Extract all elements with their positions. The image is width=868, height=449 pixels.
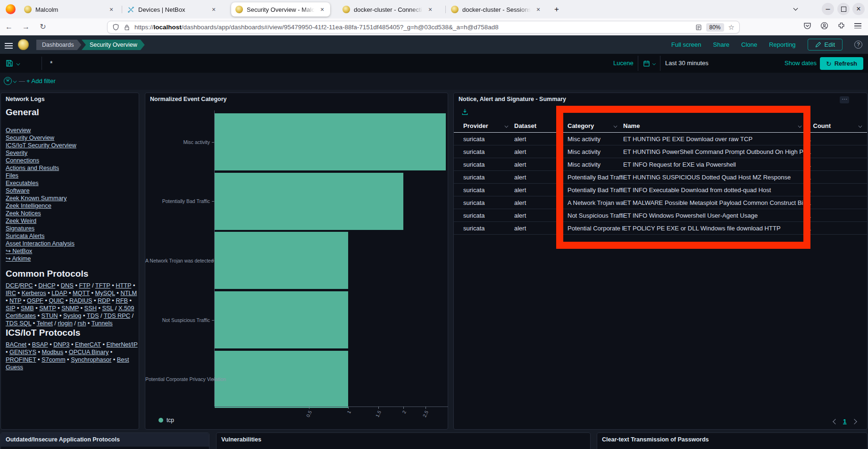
lock-icon[interactable]: [124, 24, 130, 31]
protocol-link[interactable]: SMTP: [39, 305, 56, 312]
protocol-link[interactable]: SSH: [84, 305, 97, 312]
protocol-link[interactable]: IRC: [6, 289, 16, 297]
bookmark-star-icon[interactable]: [728, 23, 734, 32]
filter-icon[interactable]: [4, 77, 12, 85]
network-logs-link[interactable]: Software: [6, 187, 30, 194]
date-picker-button[interactable]: [638, 56, 660, 71]
tab-close-icon[interactable]: [534, 6, 542, 13]
account-icon[interactable]: [820, 22, 828, 30]
network-logs-link[interactable]: Overview: [6, 127, 31, 134]
action-link-share[interactable]: Share: [713, 41, 730, 48]
maximize-icon[interactable]: [837, 3, 850, 15]
action-link-clone[interactable]: Clone: [741, 41, 757, 48]
reload-icon[interactable]: [38, 22, 48, 32]
protocol-link[interactable]: Telnet: [37, 320, 53, 327]
protocol-link[interactable]: OSPF: [27, 297, 43, 304]
browser-tab[interactable]: Devices | NetBox: [123, 2, 222, 17]
protocol-link[interactable]: TFTP: [95, 282, 110, 289]
menu-icon[interactable]: [854, 22, 861, 30]
edit-button[interactable]: Edit: [808, 39, 843, 51]
browser-tab[interactable]: docker-cluster - Connecti: [338, 2, 438, 17]
protocol-link[interactable]: Modbus: [42, 348, 64, 356]
chevron-down-icon[interactable]: [859, 124, 862, 128]
protocol-link[interactable]: NTLM: [120, 289, 137, 297]
chevron-down-icon[interactable]: [505, 124, 509, 128]
minimize-icon[interactable]: [822, 3, 834, 15]
tab-close-icon[interactable]: [426, 6, 434, 13]
protocol-link[interactable]: SMB: [21, 305, 34, 312]
chart-bar[interactable]: [215, 173, 403, 230]
query-language-button[interactable]: Lucene: [613, 57, 634, 69]
protocol-link[interactable]: Tunnels: [92, 320, 113, 327]
protocol-link[interactable]: SIP: [6, 305, 15, 312]
protocol-link[interactable]: SSL: [102, 305, 114, 312]
protocol-link[interactable]: DCE: [6, 282, 18, 289]
chart-bar[interactable]: [215, 113, 446, 170]
network-logs-link[interactable]: Files: [6, 172, 18, 179]
pagination-next-icon[interactable]: [851, 419, 857, 424]
protocol-link[interactable]: HTTP: [116, 282, 131, 289]
protocol-link[interactable]: STUN: [42, 312, 58, 319]
forward-icon[interactable]: [21, 22, 31, 32]
protocol-link[interactable]: EtherCAT: [75, 341, 101, 348]
network-logs-link[interactable]: Zeek Weird: [6, 217, 36, 224]
network-logs-link[interactable]: Zeek Intelligence: [6, 202, 51, 209]
breadcrumb-security-overview[interactable]: Security Overview: [82, 40, 145, 50]
network-logs-link[interactable]: ↪ Arkime: [6, 255, 31, 262]
pagination-prev-icon[interactable]: [833, 419, 838, 424]
protocol-link[interactable]: TDS RPC: [104, 312, 130, 319]
protocol-link[interactable]: LDAP: [51, 289, 67, 297]
protocol-link[interactable]: OPCUA Binary: [69, 348, 109, 356]
browser-tab[interactable]: docker-cluster - Sessions -: [447, 2, 546, 17]
action-link-reporting[interactable]: Reporting: [769, 41, 795, 48]
network-logs-link[interactable]: Severity: [6, 149, 27, 156]
protocol-link[interactable]: BACnet: [6, 341, 26, 348]
chart-bar[interactable]: [215, 351, 348, 408]
tab-close-icon[interactable]: [318, 6, 326, 13]
protocol-link[interactable]: rsh: [77, 320, 86, 327]
network-logs-link[interactable]: Zeek Notices: [6, 210, 41, 217]
protocol-link[interactable]: FTP: [79, 282, 90, 289]
add-filter-link[interactable]: + Add filter: [26, 77, 56, 85]
protocol-link[interactable]: Kerberos: [22, 289, 46, 297]
url-bar[interactable]: https://localhost/dashboards/app/dashboa…: [107, 21, 740, 34]
column-header-provider[interactable]: Provider: [454, 122, 514, 129]
chart-bar[interactable]: [215, 232, 348, 289]
network-logs-link[interactable]: Zeek Known Summary: [6, 195, 67, 202]
network-logs-link[interactable]: Connections: [6, 157, 39, 164]
reader-view-icon[interactable]: [695, 24, 702, 31]
nav-hamburger-icon[interactable]: [5, 42, 13, 50]
pocket-icon[interactable]: [803, 22, 811, 30]
chart-legend[interactable]: tcp: [159, 417, 174, 424]
back-icon[interactable]: [4, 22, 14, 32]
time-range-label[interactable]: Last 30 minutes: [665, 57, 709, 69]
protocol-link[interactable]: TDS: [87, 312, 99, 319]
network-logs-link[interactable]: Suricata Alerts: [6, 232, 45, 239]
network-logs-link[interactable]: Security Overview: [6, 134, 54, 141]
network-logs-link[interactable]: Signatures: [6, 225, 34, 232]
protocol-link[interactable]: DNP3: [53, 341, 69, 348]
protocol-link[interactable]: RFB: [116, 297, 128, 304]
protocol-link[interactable]: DHCP: [38, 282, 55, 289]
shield-icon[interactable]: [112, 24, 119, 31]
protocol-link[interactable]: RPC: [20, 282, 33, 289]
close-icon[interactable]: [852, 3, 865, 15]
network-logs-link[interactable]: Executables: [6, 179, 39, 186]
protocol-link[interactable]: MQTT: [73, 289, 90, 297]
new-tab-button[interactable]: [551, 4, 562, 15]
browser-tab[interactable]: Security Overview - Malco: [231, 2, 330, 17]
network-logs-link[interactable]: Actions and Results: [6, 164, 59, 171]
protocol-link[interactable]: GENISYS: [9, 348, 36, 356]
chevron-down-icon[interactable]: [13, 79, 17, 83]
protocol-link[interactable]: MySQL: [95, 289, 115, 297]
protocol-link[interactable]: Syslog: [63, 312, 81, 319]
protocol-link[interactable]: rlogin: [58, 320, 72, 327]
tab-close-icon[interactable]: [108, 6, 115, 13]
protocol-link[interactable]: S7comm: [42, 356, 66, 363]
protocol-link[interactable]: Synchrophasor: [71, 356, 111, 363]
network-logs-link[interactable]: ICS/IoT Security Overview: [6, 142, 76, 149]
protocol-link[interactable]: BSAP: [32, 341, 48, 348]
chart-bar[interactable]: [215, 291, 348, 348]
action-link-full-screen[interactable]: Full screen: [671, 41, 701, 48]
extensions-icon[interactable]: [837, 22, 845, 30]
